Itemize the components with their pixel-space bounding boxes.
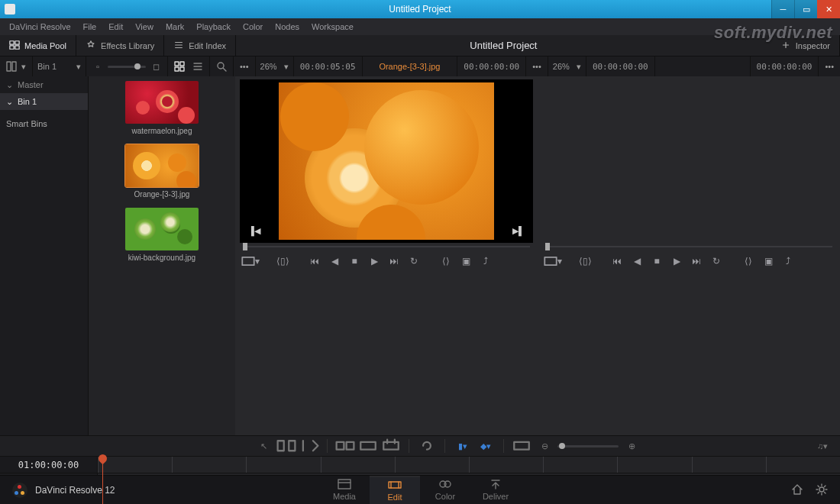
record-timecode: 00:00:00:00 (586, 57, 655, 76)
record-scrubber[interactable] (545, 243, 832, 250)
stop-button[interactable]: ■ (345, 253, 363, 270)
gear-icon[interactable] (816, 483, 828, 497)
menu-playback[interactable]: Playback (190, 22, 237, 31)
zoom-slider[interactable] (557, 445, 619, 447)
edit-index-toggle[interactable]: Edit Index (164, 35, 236, 57)
bin-master[interactable]: ⌄Master (0, 76, 88, 93)
bin-bin1[interactable]: ⌄Bin 1 (0, 93, 88, 110)
clip-item[interactable]: Orange-[3-3].jpg (125, 144, 199, 199)
maximize-button[interactable]: ▭ (794, 0, 817, 18)
last-frame-button[interactable]: ▶▌ (512, 225, 525, 237)
bin-bin1-label: Bin 1 (18, 97, 37, 106)
menu-workspace[interactable]: Workspace (305, 22, 360, 31)
marker-button[interactable]: ◆▾ (476, 438, 496, 454)
go-start-button[interactable]: ⏮ (608, 253, 626, 270)
menu-edit[interactable]: Edit (102, 22, 129, 31)
timeline-ruler[interactable] (98, 457, 840, 473)
page-deliver[interactable]: Deliver (470, 476, 521, 505)
go-end-button[interactable]: ⏭ (385, 253, 403, 270)
slider-thumb[interactable] (134, 63, 141, 69)
playhead[interactable] (102, 457, 103, 504)
loop-button[interactable]: ↻ (707, 253, 725, 270)
thumb-size-slider[interactable]: ▫ ◻ (86, 57, 168, 76)
inspector-toggle[interactable]: Inspector (771, 35, 840, 57)
flag-button[interactable]: ▮▾ (453, 438, 473, 454)
match-frame-button[interactable]: ⟨▯⟩ (576, 253, 594, 270)
effects-library-toggle[interactable]: Effects Library (76, 35, 164, 57)
play-reverse-button[interactable]: ◀ (628, 253, 646, 270)
overwrite-clip-button[interactable] (358, 438, 378, 454)
page-bar: DaVinci Resolve 12 Media Edit Color Deli… (0, 475, 840, 504)
zoom-in-button[interactable]: ⊕ (622, 438, 641, 454)
scrubber-head[interactable] (243, 243, 247, 250)
insert-clip-button[interactable] (335, 438, 355, 454)
home-icon[interactable] (791, 483, 803, 497)
close-button[interactable]: ✕ (817, 0, 840, 18)
svg-rect-7 (180, 62, 184, 66)
link-button[interactable] (417, 438, 437, 454)
record-zoom-dropdown[interactable]: 26% ▾ (548, 57, 586, 76)
record-viewer-frame[interactable] (542, 79, 835, 243)
snap-button[interactable] (512, 438, 531, 454)
list-view-icon[interactable] (192, 61, 203, 72)
viewer-mode-button[interactable]: ▾ (544, 253, 562, 270)
page-color[interactable]: Color (420, 476, 470, 505)
play-button[interactable]: ▶ (365, 253, 383, 270)
overwrite-button[interactable]: ▣ (457, 253, 475, 270)
replace-clip-button[interactable] (381, 438, 401, 454)
trim-tool[interactable] (276, 438, 296, 454)
bin-selector[interactable]: Bin 1▾ (33, 57, 86, 76)
source-zoom-dropdown[interactable]: 26% ▾ (256, 57, 294, 76)
next-edit-button[interactable]: ▣ (759, 253, 777, 270)
source-viewer-frame[interactable]: ▐◀ ▶▌ (240, 79, 533, 243)
stop-button[interactable]: ■ (648, 253, 666, 270)
match-frame-button[interactable]: ⟨▯⟩ (273, 253, 292, 270)
grid-view-icon[interactable] (174, 61, 185, 72)
svg-rect-19 (514, 442, 529, 450)
menu-davinci[interactable]: DaVinci Resolve (3, 22, 77, 31)
svg-rect-13 (278, 441, 284, 451)
menu-view[interactable]: View (129, 22, 160, 31)
media-pool-toggle[interactable]: Media Pool (0, 35, 76, 57)
play-button[interactable]: ▶ (667, 253, 686, 270)
record-options[interactable]: ••• (819, 57, 840, 76)
source-options[interactable]: ••• (526, 57, 548, 76)
smart-bins-label[interactable]: Smart Bins (0, 115, 88, 133)
selection-tool[interactable]: ↖ (254, 438, 273, 454)
prev-edit-button[interactable]: ⟨⟩ (739, 253, 758, 270)
viewer-mode-button[interactable]: ▾ (241, 253, 260, 270)
insert-button[interactable]: ⟨⟩ (437, 253, 455, 270)
menu-mark[interactable]: Mark (160, 22, 190, 31)
svg-rect-8 (175, 67, 179, 71)
blade-tool[interactable] (299, 438, 319, 454)
clip-item[interactable]: kiwi-background.jpg (125, 208, 199, 262)
search-button[interactable] (210, 57, 234, 76)
page-media[interactable]: Media (319, 476, 370, 505)
loop-button[interactable]: ↻ (405, 253, 423, 270)
audio-options-button[interactable]: ♫▾ (813, 438, 832, 454)
menu-nodes[interactable]: Nodes (269, 22, 305, 31)
replace-button[interactable]: ⤴ (477, 253, 495, 270)
zoom-slider-thumb[interactable] (559, 443, 565, 449)
page-edit[interactable]: Edit (370, 476, 420, 505)
source-timecode: 00:00:05:05 (294, 57, 363, 76)
minimize-button[interactable]: ─ (771, 0, 794, 18)
slider-track[interactable] (108, 66, 146, 68)
menu-color[interactable]: Color (237, 22, 269, 31)
clip-item[interactable]: watermaelon.jpeg (125, 81, 199, 135)
layout-dropdown[interactable]: ▾ (0, 57, 33, 76)
media-options-button[interactable]: ••• (234, 57, 256, 76)
workspace: ⌄Master ⌄Bin 1 Smart Bins watermaelon.jp… (0, 76, 840, 435)
play-reverse-button[interactable]: ◀ (325, 253, 344, 270)
timeline-timecode[interactable]: 01:00:00:00 (0, 457, 97, 473)
go-start-button[interactable]: ⏮ (305, 253, 324, 270)
zoom-out-button[interactable]: ⊖ (535, 438, 554, 454)
menu-file[interactable]: File (77, 22, 103, 31)
source-clip-name: Orange-[3-3].jpg (363, 57, 458, 76)
next-marker-button[interactable]: ⤴ (779, 253, 797, 270)
source-scrubber[interactable] (243, 243, 530, 250)
bottombar-right (791, 483, 828, 497)
first-frame-button[interactable]: ▐◀ (247, 225, 261, 237)
go-end-button[interactable]: ⏭ (687, 253, 706, 270)
scrubber-head[interactable] (545, 243, 550, 250)
